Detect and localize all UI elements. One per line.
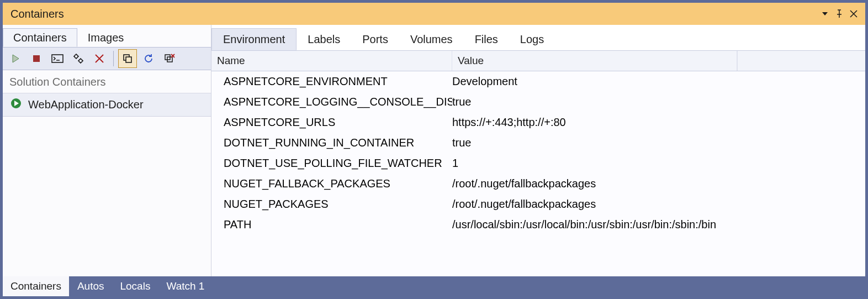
table-row[interactable]: PATH/usr/local/sbin:/usr/local/bin:/usr/… (224, 214, 865, 235)
tab-containers[interactable]: Containers (3, 28, 77, 47)
table-row[interactable]: ASPNETCORE_URLShttps://+:443;http://+:80 (224, 112, 865, 133)
table-row[interactable]: NUGET_FALLBACK_PACKAGES/root/.nuget/fall… (224, 174, 865, 194)
container-item-label: WebApplication-Docker (28, 98, 144, 111)
close-icon[interactable] (846, 7, 861, 21)
tab-labels[interactable]: Labels (297, 28, 351, 50)
settings-icon[interactable] (69, 49, 88, 68)
section-label: Solution Containers (3, 70, 211, 93)
container-item[interactable]: WebApplication-Docker (3, 93, 211, 117)
table-row[interactable]: ASPNETCORE_LOGGING__CONSOLE__DISA…true (224, 92, 865, 112)
tab-volumes[interactable]: Volumes (399, 28, 464, 50)
table-row[interactable]: ASPNETCORE_ENVIRONMENTDevelopment (224, 71, 865, 92)
table-row[interactable]: DOTNET_USE_POLLING_FILE_WATCHER1 (224, 153, 865, 174)
window-menu-icon[interactable] (818, 7, 832, 21)
right-panel: Environment Labels Ports Volumes Files L… (211, 25, 865, 276)
play-icon[interactable] (6, 49, 25, 68)
grid-header: Name Value (211, 50, 865, 71)
terminal-icon[interactable] (48, 49, 67, 68)
bottom-tab-watch1[interactable]: Watch 1 (158, 276, 213, 296)
left-tabs: Containers Images (3, 25, 211, 47)
window: Containers Containers Images (0, 0, 868, 299)
tab-logs[interactable]: Logs (509, 28, 555, 50)
tab-images[interactable]: Images (77, 28, 135, 47)
svg-rect-0 (33, 55, 40, 62)
prune-icon[interactable] (160, 49, 179, 68)
table-row[interactable]: DOTNET_RUNNING_IN_CONTAINERtrue (224, 133, 865, 153)
left-panel: Containers Images (3, 25, 211, 276)
toolbar (3, 47, 211, 70)
tab-ports[interactable]: Ports (351, 28, 399, 50)
titlebar: Containers (3, 3, 865, 25)
refresh-icon[interactable] (139, 49, 158, 68)
tab-environment[interactable]: Environment (211, 28, 297, 50)
stop-icon[interactable] (27, 49, 46, 68)
col-value[interactable]: Value (452, 51, 737, 71)
tab-files[interactable]: Files (464, 28, 509, 50)
svg-rect-1 (52, 55, 63, 62)
col-spacer (737, 51, 865, 71)
body: Containers Images (3, 25, 865, 276)
toolbar-separator (113, 51, 114, 66)
copy-icon[interactable] (118, 49, 137, 68)
svg-rect-5 (126, 57, 131, 62)
window-title: Containers (10, 8, 818, 20)
bottom-tab-locals[interactable]: Locals (112, 276, 158, 296)
bottom-tabs: Containers Autos Locals Watch 1 (3, 276, 865, 296)
pin-icon[interactable] (832, 7, 846, 21)
svg-point-3 (79, 59, 82, 62)
delete-icon[interactable] (90, 49, 109, 68)
running-icon (10, 98, 22, 112)
bottom-tab-autos[interactable]: Autos (70, 276, 113, 296)
table-row[interactable]: NUGET_PACKAGES/root/.nuget/fallbackpacka… (224, 194, 865, 214)
col-name[interactable]: Name (211, 51, 452, 71)
svg-point-2 (75, 55, 78, 58)
grid-body: ASPNETCORE_ENVIRONMENTDevelopment ASPNET… (211, 71, 865, 276)
right-tabs: Environment Labels Ports Volumes Files L… (211, 25, 865, 50)
bottom-tab-containers[interactable]: Containers (3, 276, 70, 296)
